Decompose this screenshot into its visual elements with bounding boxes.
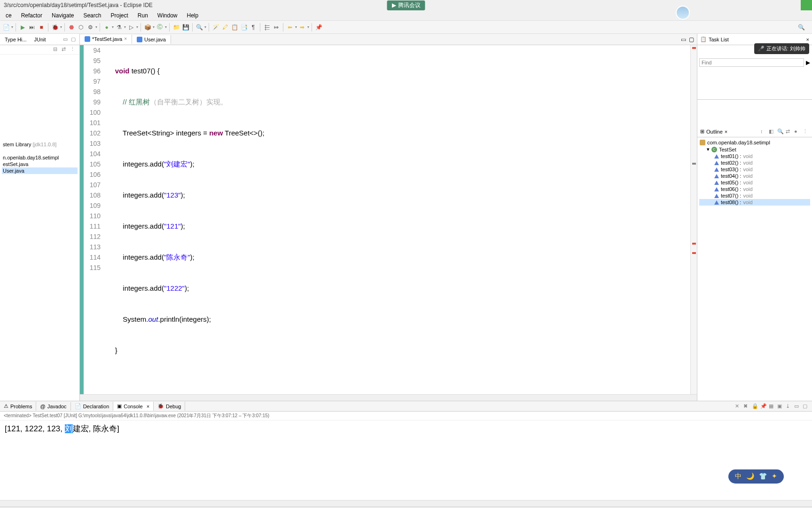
menu-dots-icon[interactable]: ⋮ [70, 46, 77, 53]
run3-icon[interactable]: ▷ [127, 23, 135, 32]
skip-icon[interactable]: ⏭ [28, 23, 36, 32]
fwd-icon[interactable]: ➡ [298, 23, 306, 32]
close-icon[interactable]: × [725, 129, 727, 135]
sort-icon[interactable]: ↕ [760, 128, 767, 135]
outline-method[interactable]: test02() : void [699, 159, 810, 166]
outline-method[interactable]: test06() : void [699, 186, 810, 192]
run-alt-icon[interactable]: ⬣ [67, 23, 76, 32]
new-icon[interactable]: 📄 [2, 23, 10, 32]
ov-error-mark[interactable] [692, 252, 696, 254]
outline-method[interactable]: test05() : void [699, 179, 810, 186]
stop-icon[interactable]: ■ [37, 23, 46, 32]
clear-icon[interactable]: ✕ [735, 403, 742, 410]
ime-toolbar[interactable]: 中 🌙 👕 ✦ [728, 469, 784, 484]
folder-icon[interactable]: 📁 [172, 23, 180, 32]
minimize-icon[interactable]: ▭ [63, 36, 70, 43]
remove-all-icon[interactable]: ✖ [743, 403, 750, 410]
avatar[interactable] [676, 6, 690, 20]
hide-icon[interactable]: ◧ [769, 128, 775, 135]
link2-icon[interactable]: ⇄ [786, 128, 792, 135]
menu-search[interactable]: Search [79, 11, 105, 20]
back-icon[interactable]: ⬅ [286, 23, 294, 32]
menu2-icon[interactable]: ⋮ [803, 128, 809, 135]
outline-method[interactable]: test04() : void [699, 173, 810, 179]
menu-project[interactable]: Project [107, 11, 132, 20]
search-toolbar-icon[interactable]: 🔍 [195, 23, 203, 32]
outline-tree[interactable]: com.openlab.day18.setimpl ▾ C TestSet te… [697, 137, 812, 207]
editor-tab-testset[interactable]: *TestSet.java × [80, 35, 132, 44]
file-user[interactable]: User.java [2, 167, 78, 174]
editor-tab-user[interactable]: User.java [132, 35, 171, 44]
coverage-icon[interactable]: ⬡ [77, 23, 85, 32]
menu-help[interactable]: Help [183, 11, 203, 20]
scroll-icon[interactable]: ⤓ [786, 403, 792, 410]
package-icon[interactable]: 📦 [143, 23, 152, 32]
new-class-icon[interactable]: Ⓒ [156, 23, 164, 32]
tab-debug[interactable]: 🐞Debug [154, 402, 185, 411]
package-node[interactable]: n.openlab.day18.setimpl [2, 154, 78, 161]
tab-javadoc[interactable]: @Javadoc [36, 402, 70, 411]
ime-shirt-icon[interactable]: 👕 [759, 472, 767, 481]
find-go-icon[interactable]: ▶ [806, 59, 810, 66]
file-testset[interactable]: estSet.java [2, 161, 78, 167]
c2-icon[interactable]: ● [794, 128, 801, 135]
menu-run[interactable]: Run [134, 11, 152, 20]
ext-icon[interactable]: ⚗ [115, 23, 123, 32]
step-fwd-icon[interactable]: ⤇ [272, 23, 281, 32]
collapse-icon[interactable]: ⊟ [53, 46, 60, 53]
console-hscroll[interactable] [0, 500, 812, 507]
run-icon[interactable]: ▶ [18, 23, 27, 32]
ov-error-mark[interactable] [692, 47, 696, 49]
tab-problems[interactable]: ⚠Problems [0, 402, 36, 411]
editor-maximize-icon[interactable]: ▢ [689, 36, 694, 43]
format-icon[interactable]: 📋 [230, 23, 239, 32]
jdk-library[interactable]: stem Library [jdk11.0.8] [2, 141, 78, 148]
highlight-icon[interactable]: 🖍 [221, 23, 229, 32]
maximize-icon[interactable]: ▢ [71, 36, 78, 43]
filter2-icon[interactable]: 🔍 [777, 128, 784, 135]
find-input[interactable] [699, 58, 804, 67]
tab-type-hi[interactable]: Type Hi... [2, 36, 29, 43]
run2-icon[interactable]: ● [102, 23, 111, 32]
para-icon[interactable]: ¶ [249, 23, 258, 32]
tab-declaration[interactable]: 📄Declaration [71, 402, 114, 411]
task-icon[interactable]: 📑 [240, 23, 248, 32]
outline-package[interactable]: com.openlab.day18.setimpl [699, 139, 810, 146]
code-editor[interactable]: 9495969798991001011021031041051061071081… [80, 45, 697, 394]
outline-method[interactable]: test08() : void [699, 199, 810, 206]
outline-method[interactable]: test03() : void [699, 166, 810, 173]
max-icon[interactable]: ▢ [803, 403, 809, 410]
close-icon[interactable]: × [147, 404, 149, 409]
display-icon[interactable]: ▦ [769, 403, 775, 410]
debug-icon[interactable]: 🐞 [51, 23, 59, 32]
menu-navigate[interactable]: Navigate [48, 11, 78, 20]
lock-icon[interactable]: 🔒 [752, 403, 758, 410]
tab-console[interactable]: ▣Console× [113, 402, 154, 411]
min-icon[interactable]: ▭ [794, 403, 801, 410]
explorer-tree[interactable]: stem Library [jdk11.0.8] n.openlab.day18… [0, 55, 79, 176]
console-output[interactable]: [121, 1222, 123, 刘建宏, 陈永奇] [0, 421, 812, 500]
global-search-icon[interactable]: 🔍 [797, 23, 805, 32]
ov-mark[interactable] [692, 163, 696, 165]
close-icon[interactable]: × [806, 37, 809, 42]
menu-source[interactable]: ce [2, 11, 16, 20]
outline-method[interactable]: test07() : void [699, 192, 810, 199]
show-icon[interactable]: ▣ [777, 403, 784, 410]
close-tab-icon[interactable]: × [124, 36, 127, 41]
code-area[interactable]: void test07() { // 红黑树（自平衡二叉树）实现。 TreeSe… [103, 45, 690, 394]
tab-junit[interactable]: JUnit [31, 36, 48, 43]
overview-ruler[interactable] [690, 45, 697, 394]
pin-icon[interactable]: 📌 [760, 403, 767, 410]
step-back-icon[interactable]: ⬱ [263, 23, 271, 32]
menu-refactor[interactable]: Refactor [17, 11, 46, 20]
outline-method[interactable]: test01() : void [699, 153, 810, 159]
tool-icon[interactable]: ⚙ [86, 23, 94, 32]
outline-class[interactable]: ▾ C TestSet [699, 146, 810, 153]
menu-window[interactable]: Window [154, 11, 181, 20]
ime-star-icon[interactable]: ✦ [772, 472, 777, 481]
link-icon[interactable]: ⇄ [62, 46, 68, 53]
save-icon[interactable]: 💾 [181, 23, 190, 32]
editor-minimize-icon[interactable]: ▭ [681, 36, 686, 43]
pin-icon[interactable]: 📌 [314, 23, 323, 32]
wand-icon[interactable]: 🪄 [211, 23, 220, 32]
